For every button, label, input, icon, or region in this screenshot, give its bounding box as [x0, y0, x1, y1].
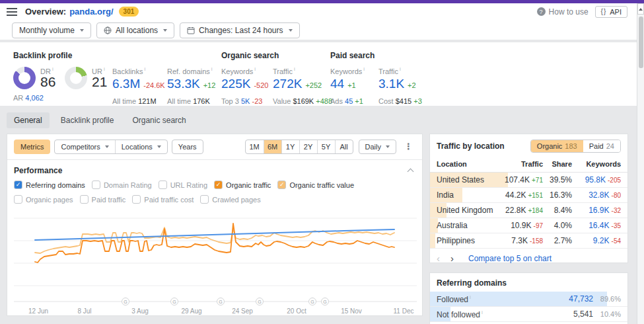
chevron-down-icon: [80, 29, 84, 32]
checkbox-organic-traffic-value[interactable]: ✓Organic traffic value: [277, 181, 354, 189]
traffic-value: 10.9K-97: [498, 221, 543, 230]
checkbox-organic-pages[interactable]: Organic pages: [14, 195, 73, 204]
series-line-organic-traffic: [35, 223, 394, 263]
app-header: Overview: panda.org/ 301 ? How to use {}…: [0, 3, 637, 20]
svg-text:G: G: [323, 300, 326, 304]
checkbox-label: Referring domains: [26, 181, 85, 189]
location-row-united-kingdom[interactable]: United Kingdom22.8K+1848.4%16.9K-32: [430, 203, 627, 218]
column-header-location: Location: [437, 160, 498, 168]
keywords-link[interactable]: 9.2K: [593, 236, 610, 245]
locations-filter-dropdown[interactable]: Locations: [115, 140, 167, 153]
location-name: Australia: [437, 221, 498, 230]
tab-general[interactable]: General: [7, 112, 50, 128]
x-tick-label: 29 Aug: [181, 307, 201, 315]
volume-mode-dropdown[interactable]: Monthly volume: [12, 22, 91, 38]
checkbox-label: Domain Rating: [104, 181, 152, 189]
scroll-up-button[interactable]: [637, 3, 644, 15]
api-button[interactable]: {} API: [595, 6, 627, 18]
column-header-share: Share: [543, 160, 572, 168]
metric-checkboxes: ✓Referring domainsDomain RatingURL Ratin…: [7, 179, 422, 204]
checkbox-url-rating[interactable]: URL Rating: [159, 181, 207, 189]
metrics-button[interactable]: Metrics: [14, 140, 50, 154]
competitors-dropdown[interactable]: Competitors: [55, 140, 114, 153]
ahrefs-overview-page: Overview: panda.org/ 301 ? How to use {}…: [0, 0, 644, 324]
domain-rating-metric: DRi 86 AR 4,062: [13, 66, 65, 105]
location-row-philippines[interactable]: Philippines7.3K-1582.7%9.2K-54: [430, 233, 627, 249]
traffic-delta: -158: [530, 237, 543, 245]
keywords-link[interactable]: 16.9K: [589, 206, 609, 215]
location-row-india[interactable]: India44.2K+15116.3%32.8K-80: [430, 188, 627, 203]
keywords-link[interactable]: 32.8K: [589, 190, 609, 200]
panel-title: Traffic by location: [437, 142, 505, 151]
checkbox-domain-rating[interactable]: Domain Rating: [92, 181, 152, 189]
info-icon: i: [52, 66, 54, 72]
location-row-australia[interactable]: Australia10.9K-974.0%16.4K-35: [430, 218, 627, 233]
organic-traffic-metric: Traffici 272K+252 Value $169K +488: [273, 66, 330, 105]
compare-top5-link[interactable]: Compare top 5 on chart: [468, 254, 552, 263]
checkbox-label: Paid traffic cost: [144, 196, 194, 204]
tab-organic-search[interactable]: Organic search: [125, 112, 193, 128]
google-update-marker: G: [309, 298, 316, 305]
scrollbar[interactable]: [637, 3, 644, 324]
x-tick-label: 8 Jul: [77, 307, 91, 315]
refdomains-row-followed[interactable]: Followedi47,73289.6%: [430, 292, 627, 307]
menu-icon[interactable]: [7, 8, 17, 16]
filter-bar: Monthly volume All locations Changes: La…: [0, 20, 637, 38]
years-button[interactable]: Years: [172, 140, 203, 153]
question-icon: ?: [537, 7, 546, 16]
checkbox-label: Organic traffic: [226, 181, 271, 189]
checkbox-label: Organic traffic value: [289, 181, 354, 189]
range-1m[interactable]: 1M: [246, 140, 264, 153]
refdomains-row-not-followed[interactable]: Not followedi5,54110.4%: [430, 307, 627, 322]
collapse-icon[interactable]: [408, 169, 414, 175]
toggle-organic[interactable]: Organic 183: [531, 140, 583, 152]
range-1y[interactable]: 1Y: [281, 140, 299, 153]
prev-page-icon[interactable]: ‹: [437, 255, 440, 263]
checkbox-organic-traffic[interactable]: ✓Organic traffic: [214, 181, 271, 189]
checkbox-unchecked-icon: [80, 195, 89, 204]
keywords-delta: -205: [608, 177, 621, 184]
more-options-icon[interactable]: ⋮: [404, 143, 413, 150]
paid-search-section: Paid search Keywordsi 44+1 Ads 45 +1 Tra…: [330, 51, 438, 106]
section-title: Backlink profile: [13, 51, 221, 60]
location-row-united-states[interactable]: United States107.4K+7139.5%95.8K-205: [430, 173, 627, 188]
range-all[interactable]: All: [335, 140, 353, 153]
checkbox-crawled-pages[interactable]: Crawled pages: [200, 195, 260, 204]
range-5y[interactable]: 5Y: [317, 140, 335, 153]
keywords-link[interactable]: 95.8K: [585, 175, 606, 184]
keywords-link[interactable]: 16.4K: [589, 221, 609, 230]
range-6m[interactable]: 6M: [264, 140, 281, 153]
paid-traffic-metric: Traffici 3.1K+2 Cost $415 +3: [378, 66, 438, 105]
section-title: Paid search: [330, 51, 438, 60]
traffic-value: 22.8K+184: [498, 206, 543, 215]
locations-dropdown[interactable]: All locations: [96, 22, 174, 38]
time-range-selector: 1M6M1Y2Y5YAll: [245, 140, 353, 154]
range-2y[interactable]: 2Y: [299, 140, 317, 153]
next-page-icon[interactable]: ›: [450, 255, 454, 263]
checkbox-unchecked-icon: [200, 195, 209, 204]
scrollbar-thumb[interactable]: [639, 17, 643, 68]
info-icon: i: [470, 294, 471, 300]
checkbox-paid-traffic[interactable]: Paid traffic: [80, 195, 126, 204]
target-domain-link[interactable]: panda.org/: [69, 7, 113, 17]
checkbox-unchecked-icon: [132, 195, 141, 204]
column-header-keywords: Keywords: [572, 160, 621, 168]
organic-paid-toggle: Organic 183 Paid 24: [530, 140, 621, 153]
google-update-marker: G: [171, 298, 178, 305]
granularity-dropdown[interactable]: Daily: [359, 140, 396, 153]
checkbox-checked-icon: ✓: [214, 181, 223, 189]
tab-backlink-profile[interactable]: Backlink profile: [54, 112, 122, 128]
panel-title: Referring domains: [437, 278, 507, 288]
how-to-use-link[interactable]: ? How to use: [537, 7, 589, 17]
info-icon: i: [482, 309, 483, 315]
google-update-marker: G: [322, 298, 329, 305]
checkbox-referring-domains[interactable]: ✓Referring domains: [14, 181, 85, 189]
changes-dropdown[interactable]: Changes: Last 24 hours: [180, 22, 299, 38]
checkbox-paid-traffic-cost[interactable]: Paid traffic cost: [132, 195, 194, 204]
performance-chart[interactable]: GGGGGG12 Jun8 Jul3 Aug29 Aug24 Sep20 Oct…: [14, 209, 422, 321]
info-icon: i: [294, 66, 295, 72]
toggle-paid[interactable]: Paid 24: [583, 140, 620, 152]
refdomains-count[interactable]: 47,732: [552, 294, 593, 304]
checkbox-label: Paid traffic: [92, 196, 126, 204]
column-header-traffic: Traffic: [498, 160, 543, 168]
